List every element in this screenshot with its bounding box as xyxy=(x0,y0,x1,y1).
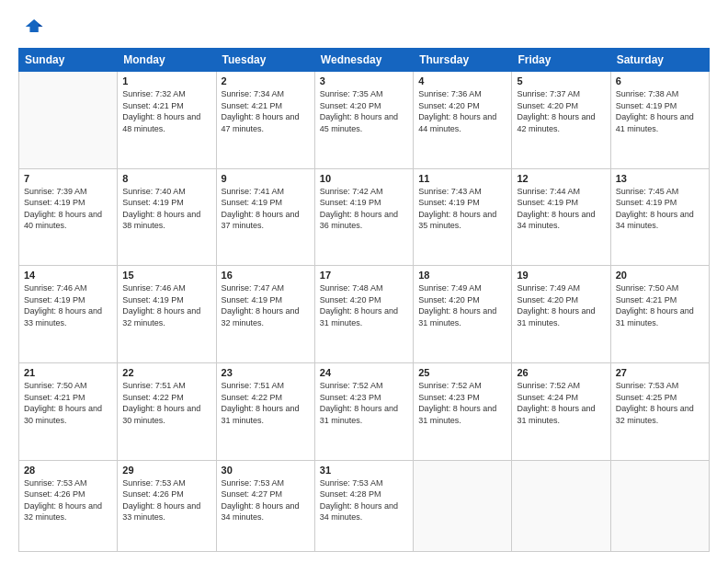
day-info: Sunrise: 7:51 AMSunset: 4:22 PMDaylight:… xyxy=(222,380,310,426)
day-info: Sunrise: 7:37 AMSunset: 4:20 PMDaylight:… xyxy=(517,88,605,134)
calendar-cell: 18Sunrise: 7:49 AMSunset: 4:20 PMDayligh… xyxy=(414,266,512,363)
calendar-cell: 24Sunrise: 7:52 AMSunset: 4:23 PMDayligh… xyxy=(314,362,413,460)
day-number: 14 xyxy=(24,270,112,281)
calendar-cell: 26Sunrise: 7:52 AMSunset: 4:24 PMDayligh… xyxy=(512,362,610,460)
day-info: Sunrise: 7:34 AMSunset: 4:21 PMDaylight:… xyxy=(222,88,310,134)
day-info: Sunrise: 7:52 AMSunset: 4:24 PMDaylight:… xyxy=(517,380,605,426)
calendar-cell: 28Sunrise: 7:53 AMSunset: 4:26 PMDayligh… xyxy=(19,460,118,551)
svg-marker-1 xyxy=(39,24,43,27)
day-number: 27 xyxy=(616,367,704,378)
calendar-cell: 1Sunrise: 7:32 AMSunset: 4:21 PMDaylight… xyxy=(118,72,216,169)
day-info: Sunrise: 7:43 AMSunset: 4:19 PMDaylight:… xyxy=(418,186,506,232)
header xyxy=(18,17,710,42)
calendar-cell: 25Sunrise: 7:52 AMSunset: 4:23 PMDayligh… xyxy=(414,362,512,460)
day-number: 29 xyxy=(122,465,210,476)
calendar-week-2: 7Sunrise: 7:39 AMSunset: 4:19 PMDaylight… xyxy=(19,168,710,266)
weekday-header-saturday: Saturday xyxy=(610,49,709,72)
day-number: 30 xyxy=(222,465,310,476)
day-number: 31 xyxy=(320,465,408,476)
calendar-cell: 15Sunrise: 7:46 AMSunset: 4:19 PMDayligh… xyxy=(118,266,216,363)
day-info: Sunrise: 7:50 AMSunset: 4:21 PMDaylight:… xyxy=(616,282,704,328)
calendar-cell: 7Sunrise: 7:39 AMSunset: 4:19 PMDaylight… xyxy=(19,168,118,266)
calendar-cell: 11Sunrise: 7:43 AMSunset: 4:19 PMDayligh… xyxy=(414,168,512,266)
day-info: Sunrise: 7:42 AMSunset: 4:19 PMDaylight:… xyxy=(320,186,408,232)
day-number: 18 xyxy=(418,270,506,281)
calendar-cell: 16Sunrise: 7:47 AMSunset: 4:19 PMDayligh… xyxy=(216,266,314,363)
logo xyxy=(18,17,48,42)
day-info: Sunrise: 7:53 AMSunset: 4:26 PMDaylight:… xyxy=(24,477,112,523)
calendar-cell: 19Sunrise: 7:49 AMSunset: 4:20 PMDayligh… xyxy=(512,266,610,363)
day-number: 26 xyxy=(517,367,605,378)
day-info: Sunrise: 7:40 AMSunset: 4:19 PMDaylight:… xyxy=(122,186,210,232)
calendar-cell: 21Sunrise: 7:50 AMSunset: 4:21 PMDayligh… xyxy=(19,362,118,460)
calendar-cell: 9Sunrise: 7:41 AMSunset: 4:19 PMDaylight… xyxy=(216,168,314,266)
day-number: 20 xyxy=(616,270,704,281)
calendar-cell: 2Sunrise: 7:34 AMSunset: 4:21 PMDaylight… xyxy=(216,72,314,169)
calendar-cell: 6Sunrise: 7:38 AMSunset: 4:19 PMDaylight… xyxy=(610,72,709,169)
weekday-header-monday: Monday xyxy=(118,49,216,72)
day-number: 4 xyxy=(418,75,506,86)
day-info: Sunrise: 7:51 AMSunset: 4:22 PMDaylight:… xyxy=(122,380,210,426)
calendar-cell: 8Sunrise: 7:40 AMSunset: 4:19 PMDaylight… xyxy=(118,168,216,266)
day-number: 5 xyxy=(517,75,605,86)
calendar: SundayMondayTuesdayWednesdayThursdayFrid… xyxy=(18,48,710,552)
calendar-week-1: 1Sunrise: 7:32 AMSunset: 4:21 PMDaylight… xyxy=(19,72,710,169)
day-info: Sunrise: 7:52 AMSunset: 4:23 PMDaylight:… xyxy=(320,380,408,426)
calendar-cell: 30Sunrise: 7:53 AMSunset: 4:27 PMDayligh… xyxy=(216,460,314,551)
day-info: Sunrise: 7:46 AMSunset: 4:19 PMDaylight:… xyxy=(24,282,112,328)
calendar-cell: 4Sunrise: 7:36 AMSunset: 4:20 PMDaylight… xyxy=(414,72,512,169)
weekday-header-thursday: Thursday xyxy=(414,49,512,72)
calendar-cell: 20Sunrise: 7:50 AMSunset: 4:21 PMDayligh… xyxy=(610,266,709,363)
day-info: Sunrise: 7:48 AMSunset: 4:20 PMDaylight:… xyxy=(320,282,408,328)
calendar-cell xyxy=(512,460,610,551)
day-number: 19 xyxy=(517,270,605,281)
weekday-header-tuesday: Tuesday xyxy=(216,49,314,72)
day-number: 25 xyxy=(418,367,506,378)
day-number: 17 xyxy=(320,270,408,281)
day-info: Sunrise: 7:50 AMSunset: 4:21 PMDaylight:… xyxy=(24,380,112,426)
day-number: 6 xyxy=(616,75,704,86)
calendar-cell: 27Sunrise: 7:53 AMSunset: 4:25 PMDayligh… xyxy=(610,362,709,460)
day-info: Sunrise: 7:36 AMSunset: 4:20 PMDaylight:… xyxy=(418,88,506,134)
day-number: 9 xyxy=(222,173,310,184)
day-number: 22 xyxy=(122,367,210,378)
day-info: Sunrise: 7:44 AMSunset: 4:19 PMDaylight:… xyxy=(517,186,605,232)
day-number: 2 xyxy=(222,75,310,86)
day-info: Sunrise: 7:35 AMSunset: 4:20 PMDaylight:… xyxy=(320,88,408,134)
day-number: 21 xyxy=(24,367,112,378)
day-info: Sunrise: 7:53 AMSunset: 4:26 PMDaylight:… xyxy=(122,477,210,523)
day-info: Sunrise: 7:47 AMSunset: 4:19 PMDaylight:… xyxy=(222,282,310,328)
day-number: 23 xyxy=(222,367,310,378)
logo-icon xyxy=(18,17,44,42)
calendar-week-3: 14Sunrise: 7:46 AMSunset: 4:19 PMDayligh… xyxy=(19,266,710,363)
day-number: 11 xyxy=(418,173,506,184)
day-number: 28 xyxy=(24,465,112,476)
calendar-cell xyxy=(414,460,512,551)
weekday-header-wednesday: Wednesday xyxy=(314,49,413,72)
calendar-cell: 10Sunrise: 7:42 AMSunset: 4:19 PMDayligh… xyxy=(314,168,413,266)
calendar-cell: 13Sunrise: 7:45 AMSunset: 4:19 PMDayligh… xyxy=(610,168,709,266)
page: SundayMondayTuesdayWednesdayThursdayFrid… xyxy=(0,0,728,563)
day-number: 15 xyxy=(122,270,210,281)
day-info: Sunrise: 7:49 AMSunset: 4:20 PMDaylight:… xyxy=(418,282,506,328)
day-info: Sunrise: 7:45 AMSunset: 4:19 PMDaylight:… xyxy=(616,186,704,232)
calendar-week-5: 28Sunrise: 7:53 AMSunset: 4:26 PMDayligh… xyxy=(19,460,710,551)
calendar-cell: 31Sunrise: 7:53 AMSunset: 4:28 PMDayligh… xyxy=(314,460,413,551)
calendar-cell: 3Sunrise: 7:35 AMSunset: 4:20 PMDaylight… xyxy=(314,72,413,169)
day-info: Sunrise: 7:53 AMSunset: 4:25 PMDaylight:… xyxy=(616,380,704,426)
calendar-week-4: 21Sunrise: 7:50 AMSunset: 4:21 PMDayligh… xyxy=(19,362,710,460)
day-info: Sunrise: 7:41 AMSunset: 4:19 PMDaylight:… xyxy=(222,186,310,232)
day-info: Sunrise: 7:39 AMSunset: 4:19 PMDaylight:… xyxy=(24,186,112,232)
day-number: 10 xyxy=(320,173,408,184)
day-info: Sunrise: 7:53 AMSunset: 4:27 PMDaylight:… xyxy=(222,477,310,523)
day-number: 3 xyxy=(320,75,408,86)
weekday-header-sunday: Sunday xyxy=(19,49,118,72)
day-number: 12 xyxy=(517,173,605,184)
calendar-cell: 22Sunrise: 7:51 AMSunset: 4:22 PMDayligh… xyxy=(118,362,216,460)
calendar-cell: 29Sunrise: 7:53 AMSunset: 4:26 PMDayligh… xyxy=(118,460,216,551)
day-number: 24 xyxy=(320,367,408,378)
calendar-cell xyxy=(610,460,709,551)
day-info: Sunrise: 7:46 AMSunset: 4:19 PMDaylight:… xyxy=(122,282,210,328)
calendar-cell: 23Sunrise: 7:51 AMSunset: 4:22 PMDayligh… xyxy=(216,362,314,460)
calendar-cell: 5Sunrise: 7:37 AMSunset: 4:20 PMDaylight… xyxy=(512,72,610,169)
